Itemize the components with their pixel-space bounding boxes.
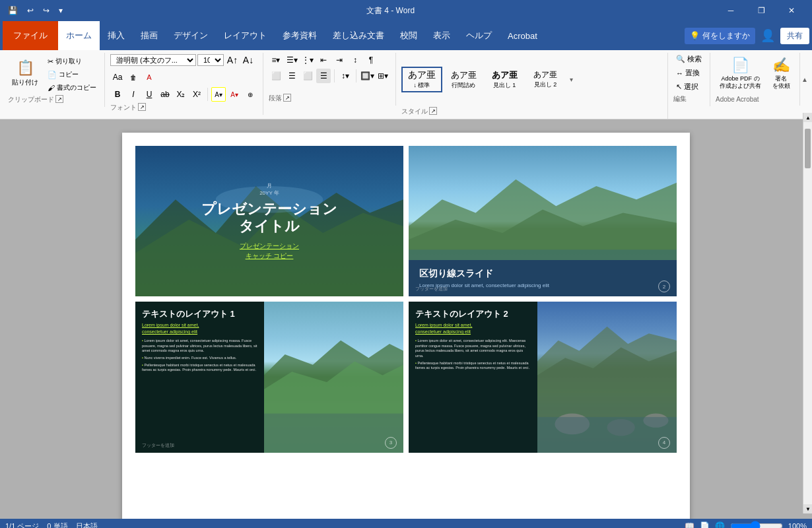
font-family-select[interactable]: 游明朝 (本文のフ... xyxy=(110,54,196,66)
title-bar: 💾 ↩ ↪ ▾ 文書 4 - Word ─ ❐ ✕ xyxy=(0,0,812,21)
font-shrink-button[interactable]: A↓ xyxy=(241,53,255,67)
minimize-button[interactable]: ─ xyxy=(716,0,746,21)
adobe-pdf-button[interactable]: 📄 Adobe PDF の作成および共有 xyxy=(716,53,765,94)
cut-button[interactable]: ✂ 切り取り xyxy=(45,55,99,67)
share-button[interactable]: 共有 xyxy=(780,28,809,44)
customize-icon[interactable]: ▾ xyxy=(56,5,65,16)
paragraph-expand[interactable]: ↗ xyxy=(283,94,291,102)
subscript-button[interactable]: X₂ xyxy=(174,87,188,102)
ribbon-collapse-button[interactable]: ▲ xyxy=(800,53,809,106)
style-spacing-button[interactable]: あア亜 行間詰め xyxy=(444,67,483,92)
search-button[interactable]: 🔍 検索 xyxy=(673,53,704,65)
style-normal-button[interactable]: あア亜 ↓ 標準 xyxy=(401,67,442,92)
align-left-button[interactable]: ⬜ xyxy=(269,69,283,83)
menu-insert[interactable]: 挿入 xyxy=(100,21,133,50)
style-heading2-button[interactable]: あア亜 見出し 2 xyxy=(525,67,565,92)
clear-format-button[interactable]: 🗑 xyxy=(126,70,141,84)
vertical-scrollbar[interactable]: ▲ ▼ xyxy=(803,119,812,513)
select-button[interactable]: ↖ 選択 xyxy=(673,81,704,93)
scroll-down-button[interactable]: ▼ xyxy=(803,504,812,513)
outline-list-button[interactable]: ⋮▾ xyxy=(300,53,315,67)
align-right-button[interactable]: ⬜ xyxy=(300,69,315,83)
slide-2-footer: フッターを追加 xyxy=(415,286,448,292)
sort-button[interactable]: ↕ xyxy=(348,53,362,67)
document-area: 月 20YY 年 プレゼンテーションタイトル プレゼンテーションキャッチ コピー xyxy=(0,119,812,519)
window-controls: ─ ❐ ✕ xyxy=(716,0,807,21)
italic-button[interactable]: I xyxy=(126,87,141,102)
highlight-button[interactable]: A▾ xyxy=(211,87,226,102)
word-count: 0 単語 xyxy=(47,521,67,529)
style-heading1-button[interactable]: あア亜 見出し 1 xyxy=(485,67,524,92)
slide-3[interactable]: テキストのレイアウト 1 Lorem ipsum dolor sit amet,… xyxy=(135,302,403,452)
styles-scroll-arrow[interactable]: ▾ xyxy=(566,53,576,106)
bold-button[interactable]: B xyxy=(110,87,125,102)
line-spacing-button[interactable]: ↕▾ xyxy=(338,69,353,83)
page-info: 1/1 ページ xyxy=(5,521,39,529)
show-marks-button[interactable]: ¶ xyxy=(364,53,378,67)
align-center-button[interactable]: ☰ xyxy=(285,69,299,83)
slide-1-title: プレゼンテーションタイトル xyxy=(201,201,337,236)
menu-draw[interactable]: 描画 xyxy=(133,21,166,50)
decrease-indent-button[interactable]: ⇤ xyxy=(316,53,331,67)
border-button[interactable]: ⊞▾ xyxy=(376,69,390,83)
pdf-icon: 📄 xyxy=(731,57,749,74)
copy-icon: 📄 xyxy=(48,71,57,79)
replace-button[interactable]: ↔ 置換 xyxy=(673,67,704,79)
copy-button[interactable]: 📄 コピー xyxy=(45,69,99,81)
menu-file[interactable]: ファイル xyxy=(3,21,58,50)
ribbon-group-clipboard: 📋 貼り付け ✂ 切り取り 📄 コピー 🖌 書式のコピー xyxy=(3,53,105,107)
menu-bar: ファイル ホーム 挿入 描画 デザイン レイアウト 参考資料 差し込み文書 校閲… xyxy=(0,21,812,50)
menu-layout[interactable]: レイアウト xyxy=(216,21,275,50)
menu-acrobat[interactable]: Acrobat xyxy=(500,21,545,50)
save-icon[interactable]: 💾 xyxy=(5,5,20,16)
slide-1[interactable]: 月 20YY 年 プレゼンテーションタイトル プレゼンテーションキャッチ コピー xyxy=(135,146,403,296)
text-shading-button[interactable]: ⊕ xyxy=(243,87,257,102)
shading-button[interactable]: 🔲▾ xyxy=(360,69,374,83)
font-expand[interactable]: ↗ xyxy=(138,103,146,111)
font-color-button[interactable]: A▾ xyxy=(227,87,242,102)
zoom-slider[interactable] xyxy=(730,523,783,528)
underline-button[interactable]: U xyxy=(142,87,156,102)
menu-items: ホーム 挿入 描画 デザイン レイアウト 参考資料 差し込み文書 校閲 表示 ヘ… xyxy=(58,21,545,50)
slide-3-bullet1: • Lorem ipsum dolor sit amet, consectetu… xyxy=(142,339,257,354)
superscript-button[interactable]: X² xyxy=(189,87,204,102)
bullet-list-button[interactable]: ≡▾ xyxy=(269,53,283,67)
clipboard-expand[interactable]: ↗ xyxy=(55,95,63,103)
styles-expand[interactable]: ↗ xyxy=(429,107,437,115)
justify-button[interactable]: ☰ xyxy=(316,69,331,83)
close-button[interactable]: ✕ xyxy=(776,0,807,21)
slide-1-content: 月 20YY 年 プレゼンテーションタイトル プレゼンテーションキャッチ コピー xyxy=(135,146,403,296)
menu-home[interactable]: ホーム xyxy=(58,21,100,50)
sign-button[interactable]: ✍ 署名を依頼 xyxy=(768,53,794,94)
font-grow-button[interactable]: A↑ xyxy=(225,53,240,67)
web-view-button[interactable]: 🌐 xyxy=(715,521,725,528)
numbered-list-button[interactable]: ☰▾ xyxy=(285,53,299,67)
menu-right: 💡 何をしますか 👤 共有 xyxy=(685,28,809,44)
menu-help[interactable]: ヘルプ xyxy=(458,21,500,50)
menu-review[interactable]: 校閲 xyxy=(392,21,425,50)
paste-icon: 📋 xyxy=(17,59,34,77)
format-painter-button[interactable]: 🖌 書式のコピー xyxy=(45,82,99,94)
change-case-button[interactable]: Aa xyxy=(110,70,125,84)
print-layout-button[interactable]: 📄 xyxy=(700,521,710,528)
increase-indent-button[interactable]: ⇥ xyxy=(332,53,347,67)
menu-design[interactable]: デザイン xyxy=(166,21,216,50)
menu-view[interactable]: 表示 xyxy=(425,21,458,50)
strikethrough-button[interactable]: ab xyxy=(158,87,172,102)
slide-4[interactable]: テキストのレイアウト 2 Lorem ipsum dolor sit amet,… xyxy=(409,302,677,452)
text-effect-button[interactable]: A xyxy=(142,70,156,84)
scroll-track xyxy=(803,122,812,504)
search-box[interactable]: 💡 何をしますか xyxy=(685,28,755,44)
font-size-select[interactable]: 10.5 xyxy=(197,54,224,66)
svg-rect-11 xyxy=(264,414,403,453)
paste-button[interactable]: 📋 貼り付け xyxy=(8,53,42,94)
menu-mailings[interactable]: 差し込み文書 xyxy=(325,21,392,50)
user-icon[interactable]: 👤 xyxy=(761,28,775,43)
restore-button[interactable]: ❐ xyxy=(746,0,776,21)
slide-2[interactable]: 区切り線スライド Lorem ipsum dolor sit amet, con… xyxy=(409,146,677,296)
scroll-thumb[interactable] xyxy=(805,129,811,168)
read-mode-button[interactable]: 📖 xyxy=(685,521,694,528)
undo-icon[interactable]: ↩ xyxy=(24,5,36,16)
menu-references[interactable]: 参考資料 xyxy=(275,21,325,50)
redo-icon[interactable]: ↪ xyxy=(40,5,52,16)
